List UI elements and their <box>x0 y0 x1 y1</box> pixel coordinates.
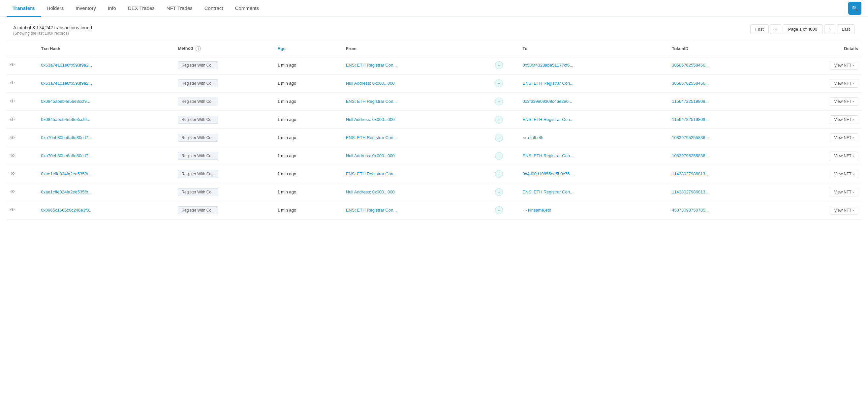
col-header-to: To <box>519 41 669 56</box>
next-page-button[interactable]: › <box>824 24 835 34</box>
token-id-link[interactable]: 30586762558466... <box>672 63 709 68</box>
to-cell: ENS: ETH Registrar Con... <box>519 183 669 201</box>
table-row: 👁 0x0845abeb4e56e3ccf9... Register With … <box>7 110 861 129</box>
token-id-link[interactable]: 10839795255836... <box>672 153 709 158</box>
details-cell: View NFT › <box>787 110 861 129</box>
txn-hash-link[interactable]: 0x0965c1666c0c246e3f8... <box>41 208 92 212</box>
prev-page-button[interactable]: ‹ <box>770 24 781 34</box>
eye-cell: 👁 <box>7 165 38 183</box>
arrow-cell: → <box>492 110 519 129</box>
view-nft-button[interactable]: View NFT › <box>830 61 858 70</box>
to-cell: 0x4d00d10855ee5b0c76... <box>519 165 669 183</box>
to-link[interactable]: 0x4d00d10855ee5b0c76... <box>522 171 573 176</box>
view-nft-button[interactable]: View NFT › <box>830 151 858 160</box>
transfers-table-wrapper: Txn Hash Method i Age From To TokenID De… <box>0 41 868 219</box>
tab-contract[interactable]: Contract <box>198 0 229 17</box>
from-cell: ENS: ETH Registrar Con... <box>343 201 492 219</box>
eye-icon[interactable]: 👁 <box>10 171 15 177</box>
eye-icon[interactable]: 👁 <box>10 99 15 104</box>
txn-hash-link[interactable]: 0xa70eb80be6a6d80cd7... <box>41 153 92 158</box>
eye-icon[interactable]: 👁 <box>10 62 15 68</box>
view-nft-button[interactable]: View NFT › <box>830 206 858 214</box>
col-header-details: Details <box>787 41 861 56</box>
method-cell: Register With Co... <box>175 92 274 110</box>
eye-cell: 👁 <box>7 110 38 129</box>
to-link[interactable]: ENS: ETH Registrar Con... <box>522 81 574 86</box>
transfers-table: Txn Hash Method i Age From To TokenID De… <box>7 41 861 219</box>
view-nft-button[interactable]: View NFT › <box>830 188 858 196</box>
txn-hash-link[interactable]: 0x0845abeb4e56e3ccf9... <box>41 99 90 104</box>
eye-icon[interactable]: 👁 <box>10 189 15 195</box>
token-id-link[interactable]: 30586762558466... <box>672 81 709 86</box>
token-id-link[interactable]: 10839795255836... <box>672 135 709 140</box>
to-link[interactable]: ENS: ETH Registrar Con... <box>522 190 574 195</box>
age-cell: 1 min ago <box>274 201 343 219</box>
col-header-age[interactable]: Age <box>274 41 343 56</box>
token-id-link[interactable]: 11564722519808... <box>672 117 709 122</box>
txn-hash-link[interactable]: 0xae1cffe824fa2ee535fb... <box>41 190 92 195</box>
token-id-link[interactable]: 11438027986813... <box>672 171 709 176</box>
to-link[interactable]: elnft.eth <box>528 135 543 140</box>
eye-icon[interactable]: 👁 <box>10 153 15 159</box>
txn-hash-cell: 0x63a7e101e6fb593f9a2... <box>38 56 175 74</box>
col-header-txn-hash: Txn Hash <box>38 41 175 56</box>
tab-holders[interactable]: Holders <box>41 0 70 17</box>
last-page-button[interactable]: Last <box>837 24 855 34</box>
age-cell: 1 min ago <box>274 92 343 110</box>
search-button[interactable]: 🔍 <box>848 2 861 15</box>
from-link[interactable]: ENS: ETH Registrar Con... <box>346 99 397 104</box>
tab-transfers[interactable]: Transfers <box>7 0 41 17</box>
method-cell: Register With Co... <box>175 110 274 129</box>
token-id-link[interactable]: 45073098750705... <box>672 208 709 212</box>
eye-icon[interactable]: 👁 <box>10 117 15 122</box>
from-cell: Null Address: 0x000...000 <box>343 74 492 92</box>
from-link[interactable]: Null Address: 0x000...000 <box>346 81 395 86</box>
method-info-icon[interactable]: i <box>195 46 201 52</box>
to-cell: <> elnft.eth <box>519 129 669 147</box>
method-badge: Register With Co... <box>178 134 218 142</box>
to-link[interactable]: 0x586f4328aba51177cf6... <box>522 63 573 68</box>
txn-hash-link[interactable]: 0x63a7e101e6fb593f9a2... <box>41 81 92 86</box>
from-link[interactable]: ENS: ETH Registrar Con... <box>346 135 397 140</box>
from-link[interactable]: ENS: ETH Registrar Con... <box>346 208 397 212</box>
tab-comments[interactable]: Comments <box>229 0 265 17</box>
from-link[interactable]: ENS: ETH Registrar Con... <box>346 63 397 68</box>
from-link[interactable]: Null Address: 0x000...000 <box>346 190 395 195</box>
tab-nft-trades[interactable]: NFT Trades <box>161 0 198 17</box>
view-nft-button[interactable]: View NFT › <box>830 97 858 106</box>
token-id-link[interactable]: 11564722519808... <box>672 99 709 104</box>
txn-hash-link[interactable]: 0xa70eb80be6a6d80cd7... <box>41 135 92 140</box>
first-page-button[interactable]: First <box>750 24 768 34</box>
to-link[interactable]: kirisame.eth <box>528 208 551 212</box>
summary-section: A total of 3,174,242 transactions found … <box>7 20 99 38</box>
method-badge: Register With Co... <box>178 170 218 178</box>
token-id-cell: 10839795255836... <box>669 147 786 165</box>
eye-icon[interactable]: 👁 <box>10 207 15 213</box>
table-row: 👁 0xa70eb80be6a6d80cd7... Register With … <box>7 129 861 147</box>
view-nft-button[interactable]: View NFT › <box>830 170 858 178</box>
view-nft-button[interactable]: View NFT › <box>830 79 858 88</box>
from-link[interactable]: Null Address: 0x000...000 <box>346 117 395 122</box>
eye-icon[interactable]: 👁 <box>10 80 15 86</box>
from-link[interactable]: Null Address: 0x000...000 <box>346 153 395 158</box>
tab-dex-trades[interactable]: DEX Trades <box>122 0 161 17</box>
txn-hash-link[interactable]: 0x0845abeb4e56e3ccf9... <box>41 117 90 122</box>
view-nft-button[interactable]: View NFT › <box>830 133 858 142</box>
txn-hash-link[interactable]: 0xae1cffe824fa2ee535fb... <box>41 171 92 176</box>
arrow-icon: → <box>495 134 503 142</box>
to-link[interactable]: ENS: ETH Registrar Con... <box>522 153 574 158</box>
tab-info[interactable]: Info <box>102 0 122 17</box>
token-id-link[interactable]: 11438027986813... <box>672 190 709 195</box>
txn-hash-link[interactable]: 0x63a7e101e6fb593f9a2... <box>41 63 92 68</box>
view-nft-button[interactable]: View NFT › <box>830 115 858 124</box>
to-link[interactable]: ENS: ETH Registrar Con... <box>522 117 574 122</box>
to-cell: <> kirisame.eth <box>519 201 669 219</box>
eye-icon[interactable]: 👁 <box>10 135 15 140</box>
method-cell: Register With Co... <box>175 165 274 183</box>
table-row: 👁 0x63a7e101e6fb593f9a2... Register With… <box>7 56 861 74</box>
method-badge: Register With Co... <box>178 188 218 196</box>
tab-inventory[interactable]: Inventory <box>70 0 102 17</box>
from-link[interactable]: ENS: ETH Registrar Con... <box>346 171 397 176</box>
arrow-icon: → <box>495 61 503 69</box>
to-link[interactable]: 0x3f639e09308c46e2e0... <box>522 99 572 104</box>
